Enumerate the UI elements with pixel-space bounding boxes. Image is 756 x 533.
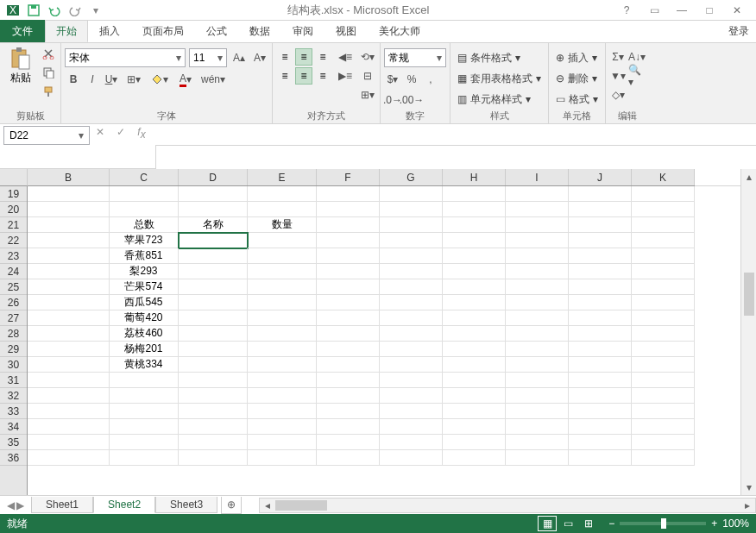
cell[interactable] xyxy=(28,264,110,279)
align-middle-icon[interactable]: ≡ xyxy=(295,48,312,66)
cell[interactable] xyxy=(443,310,506,326)
cell[interactable] xyxy=(632,404,695,419)
cell[interactable] xyxy=(569,186,632,202)
cell[interactable] xyxy=(443,295,506,310)
sheet-nav-prev-icon[interactable]: ◀ xyxy=(7,499,15,511)
align-top-icon[interactable]: ≡ xyxy=(276,48,293,66)
cell[interactable] xyxy=(569,217,632,233)
cell[interactable] xyxy=(28,373,110,388)
cell[interactable] xyxy=(506,295,569,310)
cell[interactable] xyxy=(28,326,110,342)
cell[interactable] xyxy=(380,326,443,342)
cell[interactable] xyxy=(110,435,179,450)
cell[interactable] xyxy=(28,357,110,373)
cell[interactable] xyxy=(179,279,248,295)
row-header[interactable]: 36 xyxy=(0,450,27,466)
row-header[interactable]: 24 xyxy=(0,264,27,279)
insert-tab[interactable]: 插入 xyxy=(88,20,131,42)
cell[interactable] xyxy=(317,186,380,202)
cell[interactable]: 杨梅201 xyxy=(110,342,179,357)
cell[interactable]: 西瓜545 xyxy=(110,295,179,310)
name-box[interactable]: D22▾ xyxy=(3,126,90,145)
cell[interactable] xyxy=(248,450,317,466)
cell[interactable] xyxy=(179,264,248,279)
cell[interactable] xyxy=(110,388,179,404)
underline-button[interactable]: U▾ xyxy=(103,71,120,88)
zoom-out-button[interactable]: − xyxy=(608,517,614,530)
cell[interactable] xyxy=(506,450,569,466)
cell[interactable] xyxy=(632,310,695,326)
cell[interactable] xyxy=(28,419,110,435)
cell[interactable] xyxy=(506,435,569,450)
cell[interactable]: 梨293 xyxy=(110,264,179,279)
cell[interactable] xyxy=(179,435,248,450)
cell[interactable] xyxy=(317,342,380,357)
cell[interactable] xyxy=(443,435,506,450)
cell[interactable] xyxy=(248,310,317,326)
wrap-text-icon[interactable]: ⊟ xyxy=(359,67,376,85)
percent-icon[interactable]: % xyxy=(403,71,420,88)
cell[interactable] xyxy=(380,388,443,404)
cell[interactable] xyxy=(317,419,380,435)
cell[interactable] xyxy=(179,419,248,435)
scroll-down-icon[interactable]: ▾ xyxy=(741,480,756,495)
cell[interactable] xyxy=(248,186,317,202)
minimize-icon[interactable]: — xyxy=(671,2,692,19)
align-left-icon[interactable]: ≡ xyxy=(276,67,293,85)
decrease-indent-icon[interactable]: ◀≡ xyxy=(337,48,354,66)
cell[interactable] xyxy=(28,435,110,450)
cell[interactable] xyxy=(632,202,695,217)
column-header[interactable]: H xyxy=(443,169,506,185)
cell[interactable] xyxy=(632,217,695,233)
delete-cells-button[interactable]: ⊖删除▾ xyxy=(552,69,601,88)
zoom-thumb[interactable] xyxy=(661,518,666,529)
cell[interactable] xyxy=(380,202,443,217)
cell[interactable] xyxy=(28,279,110,295)
cell[interactable] xyxy=(632,186,695,202)
conditional-format-button[interactable]: ▤条件格式▾ xyxy=(454,48,524,67)
confirm-formula-icon[interactable]: ✓ xyxy=(110,126,131,138)
cell[interactable] xyxy=(569,295,632,310)
clear-icon[interactable]: ◇▾ xyxy=(609,86,627,103)
cell[interactable] xyxy=(506,419,569,435)
column-header[interactable]: D xyxy=(179,169,248,185)
home-tab[interactable]: 开始 xyxy=(45,20,88,42)
cell[interactable] xyxy=(569,357,632,373)
cell[interactable] xyxy=(632,373,695,388)
cell[interactable] xyxy=(317,233,380,248)
cell[interactable] xyxy=(317,295,380,310)
cell[interactable] xyxy=(380,217,443,233)
cell[interactable] xyxy=(317,450,380,466)
cell[interactable] xyxy=(632,357,695,373)
cell[interactable] xyxy=(380,233,443,248)
review-tab[interactable]: 审阅 xyxy=(281,20,324,42)
font-color-button[interactable]: A▾ xyxy=(173,71,198,88)
cell[interactable] xyxy=(632,342,695,357)
row-header[interactable]: 25 xyxy=(0,279,27,295)
horizontal-scrollbar[interactable]: ◂ ▸ xyxy=(259,498,756,513)
cell[interactable] xyxy=(632,233,695,248)
cell[interactable] xyxy=(380,186,443,202)
cell[interactable] xyxy=(317,248,380,264)
cell[interactable] xyxy=(248,326,317,342)
row-header[interactable]: 35 xyxy=(0,435,27,450)
cell[interactable] xyxy=(179,186,248,202)
login-link[interactable]: 登录 xyxy=(721,21,756,42)
cell[interactable] xyxy=(110,419,179,435)
cell[interactable] xyxy=(569,419,632,435)
cell[interactable] xyxy=(506,217,569,233)
autosum-icon[interactable]: Σ▾ xyxy=(609,48,627,66)
cell[interactable] xyxy=(569,450,632,466)
cell[interactable] xyxy=(248,248,317,264)
cell[interactable] xyxy=(569,202,632,217)
row-header[interactable]: 30 xyxy=(0,357,27,373)
layout-tab[interactable]: 页面布局 xyxy=(131,20,195,42)
cell[interactable] xyxy=(248,202,317,217)
cell[interactable] xyxy=(179,326,248,342)
cut-icon[interactable] xyxy=(40,45,57,62)
cell[interactable] xyxy=(380,279,443,295)
cell[interactable]: 葡萄420 xyxy=(110,310,179,326)
cell[interactable] xyxy=(248,404,317,419)
cell[interactable] xyxy=(28,217,110,233)
cell[interactable] xyxy=(28,233,110,248)
